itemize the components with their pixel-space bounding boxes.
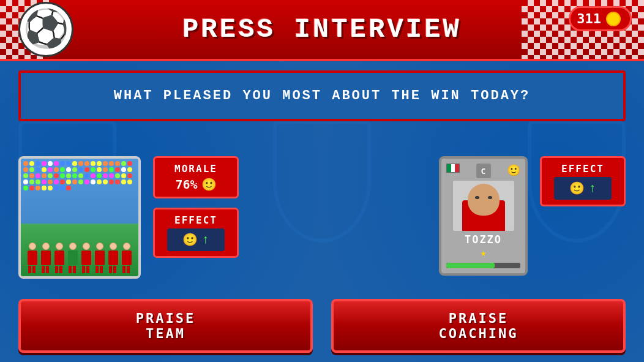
avatar-eye-right (488, 196, 492, 199)
crowd-person (48, 179, 53, 184)
player-leg (109, 266, 112, 273)
crowd-person (23, 161, 28, 166)
crowd-person (60, 161, 65, 166)
cards-area: MORALE 76% 🙂 EFFECT 🙂 ↑ C (18, 156, 626, 279)
player-figure (26, 243, 39, 273)
crowd-person (109, 179, 114, 184)
soccer-ball-icon: ⚽ (18, 2, 73, 57)
team-image (21, 159, 138, 276)
player-figure (67, 243, 79, 273)
player-body (95, 251, 105, 265)
crowd-person (48, 161, 53, 166)
crowd-person (54, 173, 59, 178)
crowd-person (72, 179, 77, 184)
crowd-person (103, 179, 108, 184)
crowd-person (36, 179, 40, 184)
crowd-person (60, 186, 65, 190)
team-effect-arrow: ↑ (201, 233, 209, 247)
player-leg (95, 266, 99, 273)
team-effect-inner: 🙂 ↑ (167, 228, 225, 251)
page-title: PRESS INTERVIEW (182, 14, 462, 45)
crowd-person (84, 167, 89, 172)
crowd-person (84, 161, 89, 166)
crowd-person (29, 179, 34, 184)
crowd-person (97, 161, 102, 166)
praise-coaching-button[interactable]: PRAISECOACHING (331, 299, 626, 353)
question-text: WHAT PLEASED YOU MOST ABOUT THE WIN TODA… (39, 88, 605, 104)
player-leg (55, 266, 58, 273)
player-effect-arrow: ↑ (588, 181, 596, 195)
crowd-person (91, 161, 95, 166)
crowd-person (103, 173, 108, 178)
player-card-top: C 🙂 (446, 164, 520, 178)
crowd-person (23, 173, 28, 178)
player-head (123, 243, 130, 250)
crowd-person (42, 167, 47, 172)
avatar-scene (453, 181, 514, 231)
player-legs (69, 266, 77, 273)
coin-counter: 311 (569, 6, 632, 31)
player-head (56, 243, 63, 250)
player-leg (82, 266, 85, 273)
crowd-person (115, 167, 120, 172)
crowd-person (48, 173, 53, 178)
crowd-person (109, 173, 114, 178)
crowd-person (42, 173, 47, 178)
praise-team-button[interactable]: PRAISETEAM (18, 299, 313, 353)
praise-team-label: PRAISETEAM (33, 311, 298, 341)
coin-count: 311 (577, 11, 601, 26)
crowd-person (91, 179, 95, 184)
crowd-person (29, 186, 34, 190)
player-legs (42, 266, 50, 273)
crowd-person (127, 179, 132, 184)
coin-icon (606, 12, 621, 26)
crowd-person (42, 161, 47, 166)
player-effect-card: EFFECT 🙂 ↑ (540, 156, 626, 206)
player-stats-box: EFFECT 🙂 ↑ (540, 156, 626, 206)
bottom-buttons: PRAISETEAM PRAISECOACHING (18, 299, 626, 353)
team-photo-card (18, 156, 141, 279)
player-card: C 🙂 TOZZO ★ (439, 156, 528, 276)
player-legs (55, 266, 64, 273)
player-leg (28, 266, 31, 273)
flag-red (455, 164, 459, 172)
crowd-person (72, 167, 77, 172)
crowd-person (78, 173, 83, 178)
crowd-person (54, 167, 59, 172)
player-face-icon: 🙂 (507, 164, 520, 177)
player-leg (59, 266, 62, 273)
crowd-person (78, 179, 83, 184)
player-figure (121, 243, 133, 273)
player-effect-inner: 🙂 ↑ (554, 177, 612, 200)
crowd-person (84, 173, 89, 178)
praise-coaching-label: PRAISECOACHING (346, 311, 611, 341)
player-leg (42, 266, 45, 273)
player-leg (122, 266, 125, 273)
team-effect-label: EFFECT (167, 214, 225, 226)
player-figure (53, 243, 66, 273)
player-figure (94, 243, 106, 273)
header: ⚽ PRESS INTERVIEW (0, 0, 644, 61)
crowd-person (66, 179, 71, 184)
morale-value: 76% 🙂 (167, 177, 225, 192)
crowd-dots (21, 159, 138, 193)
avatar-head (468, 184, 500, 216)
crowd-person (60, 167, 65, 172)
player-body (81, 251, 91, 265)
crowd-person (36, 186, 40, 190)
player-leg (86, 266, 89, 273)
player-effect-label: EFFECT (554, 163, 612, 175)
crowd-person (97, 173, 102, 178)
player-leg (32, 266, 36, 273)
team-effect-emoji: 🙂 (182, 232, 198, 247)
crowd-person (109, 167, 114, 172)
crowd-area (21, 159, 138, 224)
crowd-person (91, 167, 95, 172)
player-progress-fill (446, 263, 495, 268)
player-star: ★ (481, 247, 487, 259)
crowd-person (78, 167, 83, 172)
crowd-person (109, 161, 114, 166)
player-leg (100, 266, 103, 273)
player-leg (73, 266, 76, 273)
crowd-person (103, 167, 108, 172)
